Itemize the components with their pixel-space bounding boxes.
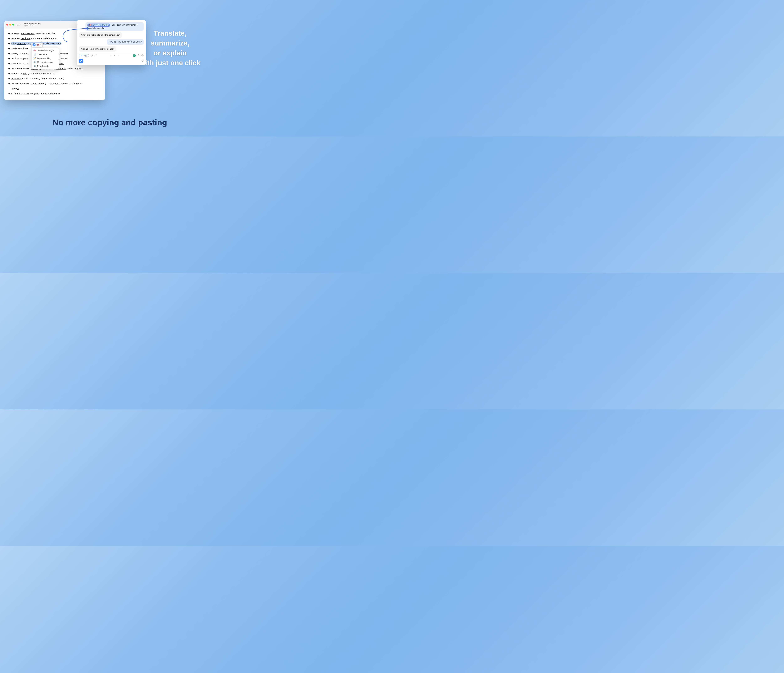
action-explain-code[interactable]: 💻Explain code [31,64,59,68]
flag-icon: 🇺🇸 [37,44,39,46]
pin-icon[interactable] [137,54,140,57]
prev-icon[interactable] [110,54,112,57]
svg-rect-0 [17,24,19,25]
action-improve-writing[interactable]: 📝Improve writing [31,56,59,60]
menu-item-label: Translate to English [37,49,55,51]
copy-button[interactable]: Copy [79,54,89,57]
document-filename: Learn Spanish.pdf [23,23,40,25]
chat-messages: 🇺🇸 Translate to English Ellos caminan pa… [77,20,146,53]
chat-input-row [77,58,146,65]
copy-button-label: Copy [83,55,87,57]
window-traffic-lights [6,24,14,26]
chat-message-text: "They are walking to take the school bus… [81,34,120,36]
minimize-window-button[interactable] [9,24,11,26]
svg-rect-13 [81,55,82,56]
gpt-icon[interactable] [133,54,136,57]
chat-message-text: How do I say "running" in Spanish? [109,41,142,43]
menu-item-label: Explain code [37,65,49,67]
laptop-icon: 💻 [33,65,36,67]
app-logo-button[interactable] [79,59,83,63]
chat-user-message: How do I say "running" in Spanish? [107,39,144,45]
chat-input-field[interactable] [85,59,140,63]
pdf-text-line: ❖29. Los libros son suyos. (theirs) La j… [8,81,101,86]
send-icon[interactable] [141,59,144,63]
flag-us-icon: 🇺🇸 [33,49,36,51]
pdf-text-line: ❖Nuestro/a madre viene hoy de vacaciones… [8,76,101,81]
svg-point-17 [134,55,135,56]
menu-item-label: More professional [37,61,53,63]
action-summarize[interactable]: 📄Summarize [31,52,59,56]
pdf-text-line: ❖Mi casa es mia y de mi hermana. (mine) [8,71,101,76]
translate-chip: 🇺🇸 Translate to English [87,23,110,26]
chat-user-message: 🇺🇸 Translate to English Ellos caminan pa… [86,22,144,31]
pause-icon[interactable] [114,54,116,57]
document-title-block: Learn Spanish.pdf Page 117 of 118 [23,23,40,26]
trash-icon[interactable] [94,54,96,57]
document-page-indicator: Page 117 of 118 [23,25,40,26]
pdf-text-line: pretty) [8,86,101,91]
chat-ai-message: "They are walking to take the school bus… [79,32,122,37]
menu-item-label: Improve writing [37,57,51,59]
heart-icon[interactable] [90,54,93,57]
ai-trigger-popup[interactable]: 🇺🇸 ▼ [31,43,43,47]
tie-icon: 👔 [33,61,36,63]
ai-actions-menu: 🇺🇸Translate to English 📄Summarize 📝Impro… [31,48,59,69]
next-icon[interactable] [118,54,120,57]
pdf-text-line: ❖El hombre es guapo. (The man is handsom… [8,91,101,96]
settings-icon[interactable] [141,54,144,57]
pencil-icon: 📝 [33,57,36,59]
close-window-button[interactable] [6,24,8,26]
chat-toolbar: Copy [77,53,146,58]
sidebar-dropdown-chevron-icon[interactable]: ⌄ [20,24,21,25]
menu-item-label: Summarize [37,53,48,56]
chat-ai-message: "Running" in Spanish is "corriendo". [79,46,116,51]
feather-icon [33,43,36,47]
document-icon: 📄 [33,53,36,56]
action-translate[interactable]: 🇺🇸Translate to English [31,48,59,52]
svg-point-18 [142,55,143,56]
sidebar-toggle-icon[interactable] [17,23,19,26]
marketing-tagline: No more copying and pasting [0,118,219,127]
fullscreen-window-button[interactable] [12,24,14,26]
action-more-professional[interactable]: 👔More professional [31,60,59,64]
chat-message-text: "Running" in Spanish is "corriendo". [81,48,115,50]
chevron-down-icon[interactable]: ▼ [40,44,42,46]
svg-rect-14 [81,55,82,56]
chat-window: 🇺🇸 Translate to English Ellos caminan pa… [77,20,146,65]
